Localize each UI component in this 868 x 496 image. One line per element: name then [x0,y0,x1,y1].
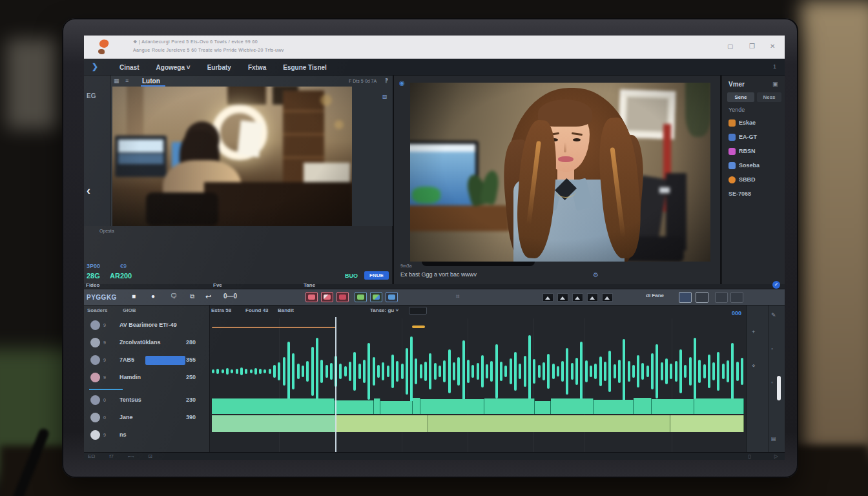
workspace-tab-1[interactable]: Cinast [119,64,140,71]
music-block-track[interactable] [212,415,744,432]
playhead[interactable] [335,317,336,452]
vertical-scrollbar[interactable] [777,376,781,400]
audio-block-track[interactable] [212,397,744,414]
clip-button[interactable]: ⧉ [190,293,194,300]
audio-segment[interactable] [694,398,744,414]
source-caption: Opesta [99,229,114,233]
audio-segment[interactable] [420,399,484,414]
workspace-tab-2[interactable]: Agowega ˅ [156,64,191,71]
track-row[interactable]: 9AV Bearimore ETr-49 [84,317,210,335]
settings-gear-icon[interactable]: ⚙ [593,271,599,278]
strip-tool-icon-5[interactable]: ◦ [771,379,773,386]
timeline-dropdown-label[interactable]: Tanse: gu ˅ [370,307,398,313]
avatar [90,373,100,382]
restore-button[interactable]: ❐ [749,43,755,50]
record-clip-button-2[interactable] [321,292,333,302]
track-row[interactable]: 9Hamdin250 [84,369,210,387]
record-button[interactable]: ● [151,293,155,300]
track-number: 0 [103,415,106,420]
sidebar-tab-2[interactable]: Ness [757,92,781,102]
thumb-button-4[interactable] [587,293,598,302]
record-clip-button-3[interactable] [336,292,349,302]
expand-icon[interactable]: ▷ [774,453,778,459]
undo-button[interactable]: ↩ [205,293,211,301]
strip-tool-icon-4[interactable]: ⋄ [752,362,756,369]
music-segment[interactable] [336,415,428,432]
snap-icon[interactable]: ⊡ [148,453,152,459]
audio-segment[interactable] [413,398,420,414]
thumb-button-5[interactable] [602,293,613,302]
automation-line[interactable] [212,327,336,328]
workspace-tab-3[interactable]: Eurbaty [207,64,231,71]
sidebar-tab-1[interactable]: Sene [727,92,754,102]
dock-icon[interactable]: ▯ [748,453,750,459]
grid-icon[interactable]: ▦ [114,78,119,84]
music-segment[interactable] [670,415,744,432]
audio-segment[interactable] [374,398,380,414]
audio-segment[interactable] [535,401,551,414]
track-row[interactable]: 97AB5355 [84,352,210,369]
track-row[interactable]: 9Zrcolvatūklans280 [84,335,210,352]
record-clip-button-1[interactable] [305,292,318,302]
hash-label: ⌗ [456,293,460,300]
sub-panel-icon[interactable]: ▨ [382,94,388,99]
toolbar-label: PYGGKG [87,294,117,301]
strip-tool-icon-3[interactable]: ◦ [771,346,773,352]
audio-segment[interactable] [652,399,694,414]
audio-segment[interactable] [484,398,535,414]
view-toggle-2[interactable] [696,292,708,303]
track-row[interactable]: 9ns [84,427,210,444]
workspace-tab-5[interactable]: Esgune Tisnel [283,64,327,71]
panel-menu-icon[interactable]: ≡ [125,78,129,84]
sidebar-item-rbsn[interactable]: RBSN [722,144,785,158]
thumb-button-3[interactable] [572,293,583,302]
strip-tool-icon-2[interactable]: + [752,329,755,335]
sidebar-item-sbbd[interactable]: SBBD [722,172,785,187]
sidebar-item-ea-gt[interactable]: EA-GT [722,130,785,144]
close-button[interactable]: ✕ [770,43,775,50]
folder-button[interactable] [355,292,367,302]
view-toggle-1[interactable] [679,292,692,303]
thumb-button-2[interactable] [557,293,568,302]
cc-icon[interactable]: ⌐¬ [128,453,134,459]
program-corner-icon[interactable]: ◉ [399,79,405,87]
marker-flag[interactable] [412,326,425,328]
panel-corner-icon[interactable]: ⁋ [385,78,388,84]
fx-icon[interactable]: f7 [109,453,114,459]
workspace-tab-4[interactable]: Fxtwa [248,64,266,71]
audio-segment[interactable] [594,400,634,414]
audio-segment[interactable] [551,398,594,414]
music-segment[interactable] [212,415,336,432]
sidebar-item-soseba[interactable]: Soseba [722,158,785,172]
sidebar-panel-icon[interactable]: ▣ [772,81,778,87]
audio-segment[interactable] [634,398,652,414]
track-row[interactable]: 0Jane390 [84,409,210,427]
music-segment[interactable] [428,415,670,432]
minimize-button[interactable]: ▢ [727,43,733,50]
doc-button[interactable] [386,292,398,302]
sync-check-icon[interactable]: ✓ [772,281,780,289]
collapse-panel-button[interactable]: ‹ [87,184,90,198]
view-toggle-4[interactable] [730,292,743,303]
timeline-grid[interactable]: Estra 58 Found 43 Bandit Tanse: gu ˅ 000 [210,305,746,452]
sidebar-item-eskae[interactable]: Eskae [722,116,785,130]
comment-button[interactable]: 🗨 [170,293,177,300]
track-row[interactable]: 0Tentsus230 [84,392,210,409]
home-icon[interactable]: ❯ [92,62,98,71]
timeline-dropdown-box[interactable] [409,307,427,315]
audio-segment[interactable] [380,401,412,414]
audio-segment[interactable] [212,398,335,414]
audio-segment[interactable] [335,400,375,414]
menu-overflow[interactable]: 1 [773,63,776,70]
fit-badge-button[interactable]: FNUE [364,271,389,280]
strip-tool-icon-1[interactable]: ✎ [771,312,776,318]
strip-bottom-icon[interactable]: ▤ [771,436,776,442]
tab-source[interactable]: Luton [142,78,160,85]
rename-input[interactable] [145,356,185,365]
thumb-button-1[interactable] [542,293,553,302]
chart-button[interactable] [370,292,382,302]
view-toggle-3[interactable] [715,292,728,303]
eq-icon[interactable]: EΩ [88,453,95,459]
stop-button[interactable]: ■ [132,293,136,300]
track-value: 390 [186,414,196,420]
